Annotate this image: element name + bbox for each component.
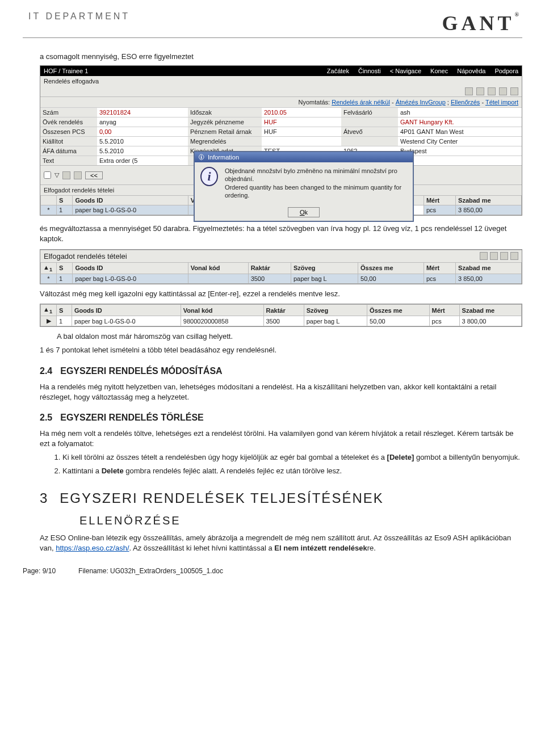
cell[interactable] — [188, 274, 248, 283]
col-header[interactable]: Goods ID — [73, 262, 188, 274]
cell[interactable]: paper bag L-0-GS-0-0 — [72, 316, 181, 326]
tool-icon[interactable] — [476, 87, 484, 95]
cell[interactable]: pcs — [429, 316, 459, 326]
menu-item[interactable]: Konec — [430, 68, 448, 74]
col-header[interactable]: Összes me — [358, 262, 424, 274]
col-header[interactable]: S — [57, 304, 72, 316]
field-input[interactable]: HUF — [262, 127, 341, 136]
tool-icon[interactable] — [510, 252, 518, 260]
menu-item[interactable]: Podpora — [494, 68, 518, 74]
field-input[interactable]: ash — [398, 107, 522, 117]
tool-icon[interactable] — [480, 252, 488, 260]
filter-icon[interactable]: ▽ — [54, 171, 59, 179]
tool-icon[interactable] — [500, 252, 508, 260]
cell[interactable]: 1 — [57, 205, 73, 215]
field-label: Időszak — [188, 107, 262, 117]
col-header[interactable]: Mért — [424, 262, 455, 274]
col-header[interactable]: Szöveg — [304, 304, 367, 316]
col-header[interactable]: S — [57, 196, 73, 205]
col-header[interactable]: Szabad me — [459, 304, 521, 316]
url-link[interactable]: https://asp.eso.cz/ash/ — [56, 544, 129, 552]
cell[interactable]: 3 850,00 — [456, 274, 522, 283]
menu-item[interactable]: Nápověda — [457, 68, 485, 74]
cell[interactable]: 1 — [57, 316, 72, 326]
table-row[interactable]: * 1 paper bag L-0-GS-0-0 3500 paper bag … — [41, 274, 522, 283]
col-header[interactable]: Mért — [429, 304, 459, 316]
cell[interactable]: 9800020000858 — [181, 316, 263, 326]
cell[interactable]: 3500 — [248, 274, 291, 283]
col-header[interactable]: Szabad me — [456, 196, 522, 205]
checkbox[interactable] — [44, 171, 51, 179]
dialog-text: Objednané množství bylo změněno na minim… — [225, 167, 407, 199]
field-label: Jegyzék pénzneme — [188, 117, 262, 127]
field-input[interactable]: 4P01 GANT Man West — [398, 127, 522, 136]
tool-icon[interactable] — [74, 171, 82, 179]
screenshot-main: HOF / Trainee 1 Začátek Činnosti < Navig… — [40, 65, 522, 216]
field-input[interactable]: Westend City Center — [398, 136, 522, 146]
paragraph: Ha a rendelés még nyitott helyzetben van… — [40, 382, 522, 402]
field-label: ÁFA dátuma — [40, 146, 97, 156]
col-header[interactable]: Goods ID — [72, 304, 181, 316]
title-left: HOF / Trainee 1 — [44, 68, 318, 74]
tool-icon[interactable] — [62, 171, 70, 179]
cell[interactable]: 3500 — [263, 316, 304, 326]
field-input[interactable]: 5.5.2010 — [97, 136, 188, 146]
field-value: GANT Hungary Kft. — [398, 117, 522, 127]
field-input[interactable] — [262, 136, 341, 146]
field-label: Felvásárló — [341, 107, 398, 117]
paragraph: a csomagolt mennyiség, ESO erre figyelme… — [40, 52, 522, 62]
col-header[interactable]: ▲1 — [41, 304, 57, 316]
brand-logo: GANT® — [442, 11, 523, 35]
heading-2-4: 2.4EGYSZERI RENDELÉS MÓDOSÍTÁSA — [40, 366, 522, 376]
col-header[interactable]: Szabad me — [456, 262, 522, 274]
screenshot-table2: Elfogadot rendelés tételei ▲1 S Goods ID… — [40, 249, 522, 284]
print-link[interactable]: Rendelés árak nélkül — [332, 99, 390, 106]
paragraph: Változást még meg kell igazolni egy katt… — [40, 289, 522, 299]
cell[interactable]: paper bag L — [304, 316, 367, 326]
print-link[interactable]: Átnézés InvGroup — [396, 99, 446, 106]
tool-icon[interactable] — [490, 252, 498, 260]
col-header[interactable]: Összes me — [367, 304, 429, 316]
screenshot-table3: ▲1 S Goods ID Vonal kód Raktár Szöveg Ös… — [40, 304, 522, 327]
field-value: HUF — [262, 117, 341, 127]
menu-item[interactable]: Začátek — [327, 68, 349, 74]
col-header[interactable]: S — [57, 262, 73, 274]
filename: Filename: UG032h_ExtraOrders_100505_1.do… — [78, 567, 223, 575]
print-link[interactable]: Ellenőrzés — [451, 99, 480, 106]
cell[interactable]: 3 850,00 — [456, 205, 522, 215]
field-label: Átvevő — [341, 127, 398, 136]
cell[interactable]: 3 800,00 — [459, 316, 521, 326]
col-header[interactable]: Raktár — [248, 262, 291, 274]
nav-button[interactable]: << — [85, 171, 103, 179]
menu-item[interactable]: < Navigace — [390, 68, 421, 74]
cell[interactable]: paper bag L — [291, 274, 358, 283]
col-header[interactable]: ▲1 — [41, 262, 57, 274]
field-input[interactable]: anyag — [97, 117, 188, 127]
field-label — [341, 136, 398, 146]
cell[interactable]: pcs — [424, 274, 455, 283]
print-link[interactable]: Tétel import — [485, 99, 518, 106]
ok-button[interactable]: Ok — [288, 207, 320, 217]
cell[interactable]: 1 — [57, 274, 73, 283]
menu-item[interactable]: Činnosti — [358, 68, 381, 74]
table-row[interactable]: ▶ 1 paper bag L-0-GS-0-0 9800020000858 3… — [41, 316, 522, 326]
col-header[interactable]: Vonal kód — [181, 304, 263, 316]
tool-icon[interactable] — [510, 87, 518, 95]
section-header: Elfogadot rendelés tételei — [44, 252, 127, 261]
cell[interactable]: 50,00 — [358, 274, 424, 283]
col-header[interactable]: Vonal kód — [188, 262, 248, 274]
cell[interactable]: 50,00 — [367, 316, 429, 326]
col-header[interactable] — [41, 196, 57, 205]
col-header[interactable]: Szöveg — [291, 262, 358, 274]
paragraph: Ha még nem volt a rendelés töltve, lehet… — [40, 429, 522, 449]
row-marker: * — [41, 205, 57, 215]
tool-icon[interactable] — [488, 87, 496, 95]
page-number: Page: 9/10 — [23, 567, 56, 575]
col-header[interactable]: Raktár — [263, 304, 304, 316]
list-item: Kattintani a Delete gombra rendelés fejl… — [62, 466, 522, 476]
tool-icon[interactable] — [465, 87, 473, 95]
field-value: 2010.05 — [262, 107, 341, 117]
items-table: ▲1 S Goods ID Vonal kód Raktár Szöveg Ös… — [40, 262, 522, 284]
cell[interactable]: paper bag L-0-GS-0-0 — [73, 274, 188, 283]
tool-icon[interactable] — [499, 87, 507, 95]
